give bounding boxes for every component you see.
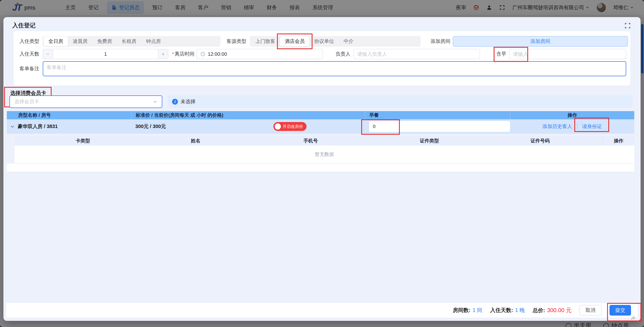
form-row-remark: 客单备注 <box>14 61 628 76</box>
room-name: 豪华双人房 / 3831 <box>18 123 58 130</box>
col-card-type: 卡类型 <box>14 136 151 145</box>
form-row-stay: 入住天数 − + *离店时间 负责人 含早 <box>14 49 628 60</box>
guest-source-label: 客源类型 <box>226 38 246 45</box>
remark-label: 客单备注 <box>14 65 39 72</box>
guest-source-option-walkin[interactable]: 上门散客 <box>251 37 280 46</box>
stay-type-option-full-day[interactable]: 全日房 <box>44 37 68 46</box>
collapse-chevron-icon[interactable] <box>10 124 15 129</box>
manager-input[interactable] <box>357 51 476 57</box>
table-tail <box>7 164 634 172</box>
days-stepper: − + <box>43 49 168 59</box>
add-room-label: 添加房间 <box>430 38 450 45</box>
guest-table-header: 卡类型 姓名 手机号 证件类型 证件号码 操作 <box>14 136 634 145</box>
col-id-type: 证件类型 <box>381 136 478 145</box>
guest-source-segmented: 上门散客 酒店会员 协议单位 中介 <box>250 36 421 47</box>
breakfast-label: 含早 <box>496 51 506 58</box>
toggle-label: 开启改房价 <box>282 124 303 129</box>
breakfast-field[interactable] <box>513 51 622 57</box>
checkin-form-card: 入住类型 全日房 凌晨房 免费房 长租房 钟点房 客源类型 上门散客 酒店会员 … <box>14 31 630 86</box>
col-guest-actions: 操作 <box>603 136 634 145</box>
toggle-knob <box>275 123 281 130</box>
guest-source-option-agreement[interactable]: 协议单位 <box>310 37 339 46</box>
add-history-guest-link[interactable]: 添加历史客人 <box>542 123 572 130</box>
stay-type-option-early-morning[interactable]: 凌晨房 <box>68 37 92 46</box>
required-asterisk: * <box>172 51 174 57</box>
checkin-modal: 入住登记 入住类型 全日房 凌晨房 免费房 长租房 钟点房 客源类型 上门散客 … <box>4 17 640 321</box>
stay-type-label: 入住类型 <box>14 38 39 45</box>
manager-input-wrap <box>354 49 480 59</box>
member-card-status-bar: i 未选择 <box>168 95 632 108</box>
room-price: 300元 / 300元 <box>131 123 166 130</box>
col-id-number: 证件号码 <box>478 136 603 145</box>
member-card-select-placeholder: 选择会员卡 <box>14 98 153 105</box>
manager-label: 负责人 <box>336 51 350 58</box>
days-count: 1 晚 <box>515 307 525 314</box>
total-summary: 总价: 300.00 元 <box>533 306 572 314</box>
col-room-name: 房型名称 / 房号 <box>7 111 131 119</box>
room-cell-breakfast <box>365 119 510 134</box>
room-row: 豪华双人房 / 3831 300元 / 300元 开启改房价 <box>7 119 634 134</box>
col-price: 标准价 / 当前价(房间每天 或 小时 的价格) <box>131 111 365 119</box>
empty-data-text: 暂无数据 <box>14 145 634 164</box>
stay-type-option-long-rent[interactable]: 长租房 <box>117 37 141 46</box>
cancel-button[interactable]: 取消 <box>580 305 602 315</box>
read-id-card-link[interactable]: 读身份证 <box>582 124 602 129</box>
col-phone: 手机号 <box>240 136 381 145</box>
room-cell-price: 300元 / 300元 开启改房价 <box>131 119 365 134</box>
breakfast-count-input[interactable] <box>369 121 510 132</box>
member-card-status: 未选择 <box>180 98 196 105</box>
days-input[interactable] <box>53 49 158 59</box>
stay-type-option-free[interactable]: 免费房 <box>92 37 117 46</box>
info-icon: i <box>172 99 178 105</box>
days-summary: 入住天数: 1 晚 <box>490 307 525 314</box>
member-card-select[interactable]: 选择会员卡 <box>10 95 162 108</box>
modal-title: 入住登记 <box>12 22 36 30</box>
minus-button[interactable]: − <box>43 49 53 59</box>
room-table-header: 房型名称 / 房号 标准价 / 当前价(房间每天 或 小时 的价格) 早餐 操作 <box>7 111 634 119</box>
checkout-time-label: *离店时间 <box>172 51 194 58</box>
room-cell-actions: 添加历史客人 读身份证 <box>510 119 634 134</box>
add-room-button[interactable]: 添加房间 <box>453 36 628 47</box>
stay-type-segmented: 全日房 凌晨房 免费房 长租房 钟点房 <box>43 36 220 47</box>
col-actions: 操作 <box>510 111 634 119</box>
guest-source-option-agency[interactable]: 中介 <box>339 37 358 46</box>
remark-textarea[interactable] <box>43 61 626 76</box>
plus-button[interactable]: + <box>158 49 168 59</box>
col-breakfast: 早餐 <box>365 111 510 119</box>
chevron-down-icon <box>153 100 157 104</box>
room-cell-name: 豪华双人房 / 3831 <box>7 119 131 134</box>
breakfast-field-wrap <box>509 49 626 59</box>
checkout-time-input[interactable] <box>196 49 323 59</box>
guest-source-option-member[interactable]: 酒店会员 <box>280 37 310 46</box>
form-row-types: 入住类型 全日房 凌晨房 免费房 长租房 钟点房 客源类型 上门散客 酒店会员 … <box>14 36 628 47</box>
submit-button[interactable]: 提交 <box>610 305 631 315</box>
clock-icon <box>200 52 206 57</box>
rooms-summary: 房间数: 1 间 <box>453 307 482 314</box>
room-table: 房型名称 / 房号 标准价 / 当前价(房间每天 或 小时 的价格) 早餐 操作… <box>7 111 634 172</box>
price-change-toggle[interactable]: 开启改房价 <box>274 122 306 131</box>
app-window: JT pms 主页 登记 登记房态 预订 客房 客户 营销 稽审 财务 报表 系… <box>0 0 644 327</box>
guest-table: 卡类型 姓名 手机号 证件类型 证件号码 操作 暂无数据 <box>14 136 634 164</box>
stay-type-option-hourly[interactable]: 钟点房 <box>141 37 166 46</box>
resize-handle-icon[interactable] <box>629 315 636 320</box>
days-label: 入住天数 <box>14 51 39 58</box>
link-divider <box>577 124 577 129</box>
total-price: 300.00 元 <box>547 306 572 314</box>
modal-fullscreen-icon[interactable] <box>624 22 631 29</box>
modal-footer: 房间数: 1 间 入住天数: 1 晚 总价: 300.00 元 取消 提交 <box>6 303 638 317</box>
rooms-count: 1 间 <box>472 307 482 314</box>
col-guest-name: 姓名 <box>151 136 240 145</box>
